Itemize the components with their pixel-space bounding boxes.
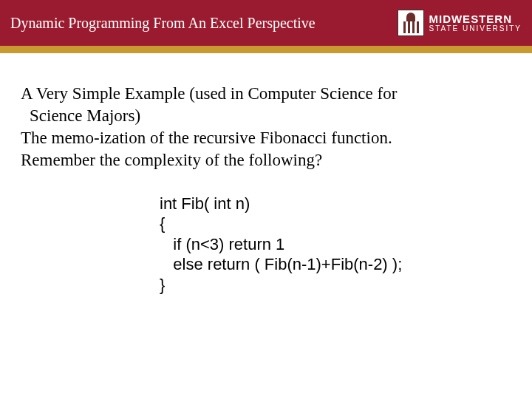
code-line-3: if (n<3) return 1 [160, 234, 511, 255]
body-line-3: The memo-ization of the recursive Fibona… [21, 127, 511, 149]
body-line-2: Science Majors) [21, 105, 511, 127]
brand-line2: STATE UNIVERSITY [429, 25, 522, 33]
code-line-5: } [160, 275, 511, 296]
code-line-2: { [160, 214, 511, 234]
brand-line1: MIDWESTERN [429, 13, 522, 25]
code-block: int Fib( int n) { if (n<3) return 1 else… [160, 194, 511, 296]
code-line-1: int Fib( int n) [160, 194, 511, 214]
accent-bar [0, 46, 532, 53]
slide-title: Dynamic Programming From An Excel Perspe… [10, 15, 316, 32]
body-line-1: A Very Simple Example (used in Computer … [21, 83, 511, 105]
code-line-4: else return ( Fib(n-1)+Fib(n-2) ); [160, 254, 511, 275]
university-brand: MIDWESTERN STATE UNIVERSITY [398, 10, 522, 36]
body-line-4: Remember the complexity of the following… [21, 149, 511, 171]
slide-header: Dynamic Programming From An Excel Perspe… [0, 0, 532, 46]
university-name: MIDWESTERN STATE UNIVERSITY [429, 13, 522, 33]
slide-content: A Very Simple Example (used in Computer … [0, 53, 532, 295]
university-logo-icon [398, 10, 424, 36]
